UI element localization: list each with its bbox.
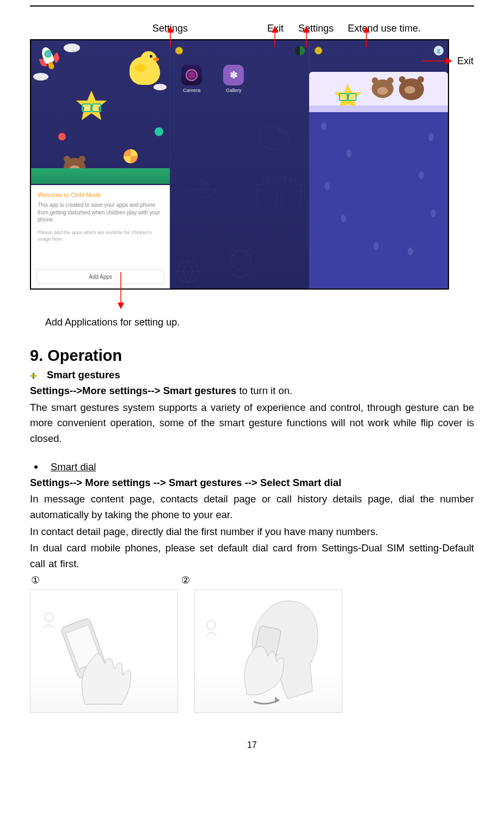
add-apps-caption: Add Applications for setting up.: [45, 317, 474, 328]
svg-point-2: [177, 261, 199, 282]
duck-outline-icon: [251, 116, 295, 155]
boat-outline-icon: [186, 176, 219, 198]
label-settings-2: Settings: [298, 23, 334, 34]
path-line-2: Settings--> More settings --> Smart gest…: [30, 475, 474, 491]
ball-icon: [58, 133, 66, 140]
svg-rect-15: [30, 375, 36, 377]
demo-images-row: [30, 589, 474, 713]
screenshot-1: Welcome to Child Mode This app is create…: [31, 40, 170, 288]
label-extend: Extend use time.: [348, 23, 421, 34]
heading-text: Operation: [47, 347, 122, 364]
hourglass-icon[interactable]: ⧖: [434, 46, 444, 56]
moon-icon: [346, 149, 355, 158]
section-heading: 9. Operation: [30, 347, 474, 365]
app-label: Camera: [177, 88, 206, 93]
welcome-body: This app is created to save your apps an…: [31, 201, 170, 224]
paragraph-1: The smart gestures system supports a var…: [30, 400, 474, 447]
svg-point-16: [45, 613, 53, 622]
ball-icon: [155, 127, 163, 136]
moon-icon: [419, 171, 427, 180]
welcome-title: Welcome to Child Mode: [31, 185, 170, 201]
ground: [31, 168, 170, 184]
demo-image-2: [194, 589, 342, 713]
app-camera[interactable]: Camera: [177, 65, 206, 93]
svg-point-1: [279, 130, 281, 132]
ball-outline-icon: [174, 258, 201, 285]
page-number: 17: [30, 740, 474, 750]
moon-icon: [373, 242, 382, 250]
rocket-icon: [32, 40, 65, 73]
smart-gestures-title: Smart gestures: [47, 369, 120, 381]
path-line-1: Settings-->More settings--> Smart gestur…: [30, 383, 474, 399]
moon-icon: [408, 247, 416, 256]
bear-icon: [399, 78, 424, 100]
smart-dial-title: Smart dial: [51, 461, 96, 473]
circled-1: ①: [31, 574, 40, 586]
gallery-icon: [223, 65, 244, 85]
moon-icon: [341, 214, 349, 223]
label-exit-1: Exit: [267, 23, 284, 34]
bear-outline-icon: [222, 245, 260, 283]
moon-icon: [321, 122, 330, 131]
exit-icon[interactable]: [295, 46, 305, 56]
demo-image-1: [30, 589, 178, 713]
blanket: [309, 106, 448, 288]
annotation-labels: Settings Exit Settings Extend use time.: [30, 23, 474, 39]
label-settings-1: Settings: [152, 23, 188, 34]
ball-icon: [124, 149, 138, 163]
app-gallery[interactable]: Gallery: [219, 65, 248, 93]
paragraph-2b: In contact detail page, directly dial th…: [30, 524, 474, 540]
heading-number: 9.: [30, 347, 43, 364]
screenshots-row: Welcome to Child Mode This app is create…: [30, 39, 449, 290]
bear-icon: [372, 79, 394, 98]
screenshot-3: ⧖: [309, 40, 448, 288]
moon-icon: [324, 182, 333, 191]
svg-point-5: [245, 249, 252, 256]
add-apps-button[interactable]: Add Apps: [36, 269, 164, 284]
moon-icon: [428, 133, 437, 142]
cloud-icon: [33, 73, 48, 81]
star-icon: [75, 89, 108, 123]
welcome-panel: Welcome to Child Mode This app is create…: [31, 185, 170, 288]
gear-icon[interactable]: [174, 46, 184, 56]
moon-icon: [431, 209, 439, 218]
gear-icon[interactable]: [314, 46, 323, 56]
app-label: Gallery: [219, 88, 248, 93]
paragraph-2c: In dual card mobile phones, please set d…: [30, 541, 474, 572]
top-rule: [30, 5, 474, 7]
svg-point-20: [207, 621, 216, 629]
camera-icon: [181, 65, 202, 85]
circled-2: ②: [181, 574, 190, 586]
dot-bullet-icon: [34, 465, 38, 469]
welcome-sub: Please add the apps which are suitable f…: [31, 224, 170, 245]
plus-bullet-icon: [30, 372, 37, 379]
castle-outline-icon: [255, 171, 304, 209]
svg-point-3: [231, 250, 250, 270]
path1-rest: to turn it on.: [236, 385, 292, 396]
path1-bold: Settings-->More settings--> Smart gestur…: [30, 385, 236, 396]
paragraph-2a: In message content page, contacts detail…: [30, 492, 474, 523]
screenshot-2: Camera Gallery: [170, 40, 309, 288]
svg-point-4: [229, 249, 236, 256]
label-exit-right: Exit: [457, 56, 474, 67]
duck-icon: [130, 57, 160, 85]
svg-marker-22: [275, 697, 279, 703]
cloud-icon: [64, 44, 80, 52]
